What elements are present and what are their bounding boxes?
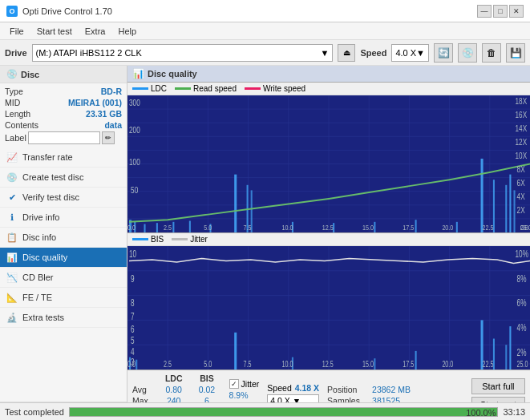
svg-text:10.0: 10.0 (282, 360, 293, 370)
charts-area: LDC Read speed Write speed (127, 83, 530, 370)
stats-avg-label: Avg (132, 384, 155, 395)
svg-text:14X: 14X (516, 123, 528, 133)
jitter-checkbox[interactable]: ✓ (229, 379, 239, 389)
legend-bis: BIS (132, 235, 164, 244)
disc-info-label: Disc info (22, 232, 56, 242)
save-button[interactable]: 💾 (506, 43, 525, 63)
drive-label: Drive (5, 48, 27, 58)
speed-selector[interactable]: 4.0 X ▼ (391, 44, 429, 62)
sidebar-item-create-test-disc[interactable]: 💿 Create test disc (0, 168, 127, 188)
jitter-color-swatch (172, 238, 188, 240)
svg-text:8%: 8% (517, 273, 527, 284)
svg-rect-24 (172, 222, 174, 232)
label-label: Label (5, 133, 26, 143)
stats-ldc-header: LDC (155, 373, 192, 384)
sidebar-item-verify-test-disc[interactable]: ✔ Verify test disc (0, 188, 127, 208)
progress-text: 100.0% (466, 408, 496, 418)
svg-text:GB: GB (520, 224, 529, 232)
chart1-container: LDC Read speed Write speed (127, 83, 530, 233)
svg-text:200: 200 (129, 125, 140, 135)
menu-help[interactable]: Help (111, 25, 143, 38)
close-button[interactable]: ✕ (509, 5, 524, 18)
sidebar-item-fe-te[interactable]: 📐 FE / TE (0, 288, 127, 308)
sidebar-item-drive-info[interactable]: ℹ Drive info (0, 208, 127, 228)
sidebar-item-cd-bler[interactable]: 📉 CD Bler (0, 268, 127, 288)
svg-text:18X: 18X (516, 95, 528, 105)
stats-avg-bis: 0.02 (192, 384, 220, 395)
extra-tests-label: Extra tests (22, 313, 64, 322)
chart2-container: BIS Jitter (127, 233, 530, 370)
sidebar-item-disc-quality[interactable]: 📊 Disc quality (0, 248, 127, 268)
burn-button[interactable]: 💿 (458, 43, 477, 63)
length-value: 23.31 GB (86, 109, 122, 119)
ldc-color-swatch (132, 87, 148, 90)
legend-bis-label: BIS (151, 235, 164, 244)
svg-rect-84 (374, 358, 375, 370)
svg-text:6X: 6X (517, 178, 526, 188)
svg-text:5.0: 5.0 (204, 360, 212, 370)
panel-header: 📊 Disc quality (127, 66, 530, 83)
svg-rect-32 (374, 222, 375, 232)
drive-bar: Drive (M:) ATAPI iHBS112 2 CLK ▼ ⏏ Speed… (0, 40, 530, 66)
svg-text:16X: 16X (516, 110, 528, 119)
svg-text:100: 100 (129, 157, 140, 167)
legend-jitter: Jitter (172, 235, 208, 244)
disc-length-row: Length 23.31 GB (5, 109, 122, 119)
drive-info-label: Drive info (22, 212, 59, 222)
svg-text:6%: 6% (517, 298, 527, 309)
chart2-svg-container: 10 9 8 7 6 5 4 3 10% 8% 6% 4% 2% (127, 246, 530, 370)
svg-rect-22 (144, 224, 145, 232)
drive-dropdown-icon: ▼ (321, 48, 330, 58)
svg-text:12.5: 12.5 (322, 224, 334, 232)
disc-mid-row: MID MEIRA1 (001) (5, 98, 122, 107)
status-text: Test completed (5, 407, 64, 417)
chart1-svg: 300 200 100 50 18X 16X 14X 12X 10X 8X 6X… (127, 95, 530, 232)
sidebar: 💿 Disc Type BD-R MID MEIRA1 (001) Length… (0, 66, 127, 420)
svg-text:9: 9 (131, 273, 135, 284)
disc-contents-row: Contents data (5, 120, 122, 130)
svg-rect-34 (456, 222, 458, 232)
svg-text:15.0: 15.0 (362, 224, 374, 232)
title-bar-controls: — □ ✕ (477, 5, 524, 18)
svg-text:0.0: 0.0 (127, 360, 136, 370)
sidebar-item-extra-tests[interactable]: 🔬 Extra tests (0, 308, 127, 328)
chart2-legend: BIS Jitter (127, 233, 530, 246)
disc-label-row: Label ✏ (5, 131, 122, 144)
bis-color-swatch (132, 238, 148, 240)
svg-rect-85 (415, 351, 417, 370)
svg-text:8: 8 (131, 298, 135, 309)
chart1-svg-container: 300 200 100 50 18X 16X 14X 12X 10X 8X 6X… (127, 95, 530, 232)
write-speed-color-swatch (245, 87, 261, 90)
refresh-button[interactable]: 🔄 (434, 43, 453, 63)
title-bar-left: O Opti Drive Control 1.70 (6, 6, 112, 17)
type-value: BD-R (101, 87, 122, 96)
stats-avg-ldc: 0.80 (155, 384, 192, 395)
panel-icon: 📊 (132, 68, 144, 79)
sidebar-item-disc-info[interactable]: 📋 Disc info (0, 228, 127, 248)
disc-info-panel: Type BD-R MID MEIRA1 (001) Length 23.31 … (0, 83, 127, 147)
sidebar-item-transfer-rate[interactable]: 📈 Transfer rate (0, 147, 127, 168)
menu-file[interactable]: File (3, 25, 30, 38)
legend-read-label: Read speed (193, 84, 237, 93)
position-value: 23862 MB (372, 385, 411, 394)
legend-write-speed: Write speed (245, 84, 305, 93)
label-edit-button[interactable]: ✏ (102, 131, 115, 144)
start-full-button[interactable]: Start full (471, 378, 525, 394)
eject-button[interactable]: ⏏ (338, 44, 355, 62)
panel-title: Disc quality (148, 69, 197, 79)
menu-start-test[interactable]: Start test (30, 25, 79, 38)
drive-selector[interactable]: (M:) ATAPI iHBS112 2 CLK ▼ (32, 44, 334, 62)
minimize-button[interactable]: — (477, 5, 492, 18)
svg-text:5: 5 (131, 335, 135, 345)
svg-text:15.0: 15.0 (362, 360, 374, 370)
label-input[interactable] (28, 131, 100, 144)
svg-text:20.0: 20.0 (442, 360, 453, 370)
maximize-button[interactable]: □ (493, 5, 508, 18)
cd-bler-label: CD Bler (22, 273, 54, 282)
menu-extra[interactable]: Extra (79, 25, 112, 38)
svg-text:0.0: 0.0 (127, 224, 136, 232)
fe-te-icon: 📐 (6, 292, 18, 303)
erase-button[interactable]: 🗑 (482, 43, 501, 63)
svg-text:17.5: 17.5 (403, 360, 414, 370)
svg-text:2.5: 2.5 (164, 224, 172, 232)
